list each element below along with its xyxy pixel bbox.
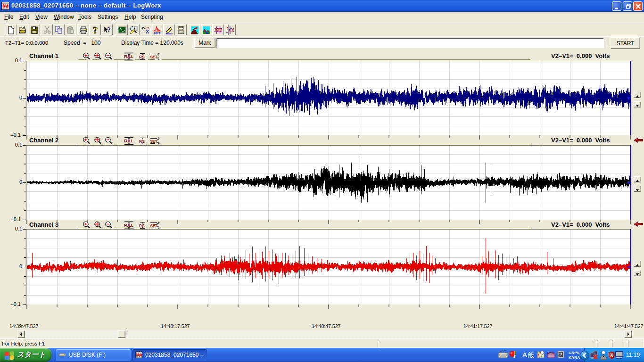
svg-text:SET: SET xyxy=(150,55,157,59)
svg-text:般: 般 xyxy=(528,351,534,359)
svg-text:?: ? xyxy=(559,352,562,357)
svg-text:SET: SET xyxy=(150,139,157,144)
svg-text:FULL: FULL xyxy=(124,54,133,59)
svg-text:A: A xyxy=(522,351,527,359)
svg-text:SET: SET xyxy=(150,223,157,228)
svg-text:FULL: FULL xyxy=(124,139,133,143)
svg-text:FULL: FULL xyxy=(124,223,133,228)
